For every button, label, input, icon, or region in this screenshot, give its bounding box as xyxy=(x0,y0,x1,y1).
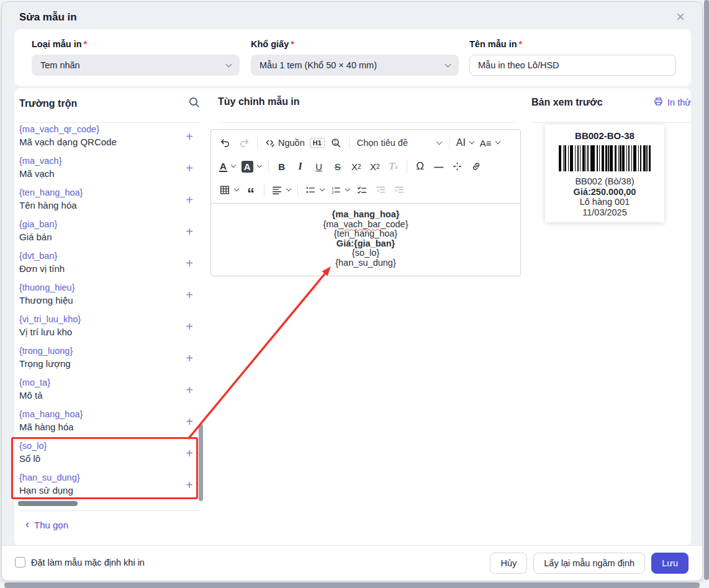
page-vertical-scrollbar-thumb[interactable] xyxy=(704,0,709,580)
add-field-button[interactable]: + xyxy=(186,289,193,301)
blockquote-icon[interactable]: “ xyxy=(242,181,260,199)
strikethrough-icon[interactable]: S xyxy=(329,158,346,175)
merge-field-label: Mã vạch xyxy=(19,167,201,181)
heading1-icon[interactable]: H1 xyxy=(309,134,326,152)
redo-icon[interactable] xyxy=(235,134,253,152)
editor-toolbar: Nguồn H1 Chọn tiêu đề AI A≡ xyxy=(211,130,520,204)
paper-size-value: Mẫu 1 tem (Khổ 50 × 40 mm) xyxy=(260,60,377,70)
link-icon[interactable] xyxy=(467,158,485,175)
indent-icon[interactable] xyxy=(391,181,408,199)
default-template-checkbox[interactable] xyxy=(15,557,25,568)
svg-text:1: 1 xyxy=(332,186,333,190)
editor-line[interactable]: {ma_hang_hoa} xyxy=(219,210,513,220)
template-type-label: Loại mẫu in* xyxy=(32,39,240,49)
outdent-icon[interactable] xyxy=(372,181,389,199)
editor-line[interactable]: {ten_hang_hoa} xyxy=(219,229,513,239)
merge-field-item: {ma_vach}Mã vạch+ xyxy=(19,151,201,183)
font-color-dropdown[interactable]: A xyxy=(217,158,238,175)
merge-field-code: {han_su_dung} xyxy=(19,471,201,484)
font-size-dropdown[interactable]: AI xyxy=(454,134,476,152)
bold-icon[interactable]: B xyxy=(273,158,291,175)
special-character-icon[interactable]: Ω xyxy=(412,158,429,175)
page-horizontal-scrollbar-thumb[interactable] xyxy=(4,582,700,588)
collapse-sidebar-link[interactable]: ‹ Thu gọn xyxy=(25,520,68,530)
merge-field-item: {vi_tri_luu_kho}Vị trí lưu kho+ xyxy=(19,309,201,341)
numbered-list-dropdown[interactable]: 12 xyxy=(328,181,352,199)
merge-field-item: {dvt_ban}Đơn vị tính+ xyxy=(19,246,201,278)
search-icon[interactable] xyxy=(188,96,201,111)
merge-fields-title: Trường trộn xyxy=(19,98,77,109)
subscript-icon[interactable]: X2 xyxy=(348,158,365,175)
preview-product-code: BB002-BO-38 xyxy=(545,130,664,141)
template-type-select[interactable]: Tem nhãn xyxy=(32,55,240,76)
source-code-button[interactable]: Nguồn xyxy=(262,134,307,152)
undo-icon[interactable] xyxy=(217,134,234,152)
close-icon[interactable]: × xyxy=(676,9,685,24)
merge-field-code: {so_lo} xyxy=(19,440,201,452)
superscript-icon[interactable]: X2 xyxy=(366,158,384,175)
page-break-icon[interactable] xyxy=(449,158,466,175)
add-field-button[interactable]: + xyxy=(186,320,193,333)
paper-size-select[interactable]: Mẫu 1 tem (Khổ 50 × 40 mm) xyxy=(251,55,459,76)
sidebar-vertical-scrollbar[interactable] xyxy=(199,424,203,501)
merge-field-item: {mo_ta}Mô tả+ xyxy=(19,373,201,404)
print-test-link[interactable]: In thử xyxy=(653,96,691,109)
template-name-input[interactable] xyxy=(469,55,676,76)
add-field-button[interactable]: + xyxy=(186,384,193,396)
default-template-option[interactable]: Đặt làm mẫu mặc định khi in xyxy=(15,557,145,568)
editor-line[interactable]: Giá:{gia_ban} xyxy=(219,239,513,249)
chevron-down-icon xyxy=(231,163,236,168)
add-field-button[interactable]: + xyxy=(186,447,193,459)
add-field-button[interactable]: + xyxy=(186,479,193,491)
page-horizontal-scrollbar-track[interactable] xyxy=(0,582,709,588)
editor-line[interactable]: {so_lo} xyxy=(219,248,513,258)
line-height-dropdown[interactable]: A≡ xyxy=(477,134,502,152)
chevron-down-icon xyxy=(320,186,325,191)
add-field-button[interactable]: + xyxy=(186,415,193,428)
merge-field-code: {dvt_ban} xyxy=(19,250,201,262)
sidebar-horizontal-scrollbar[interactable] xyxy=(18,501,78,506)
editor-content[interactable]: {ma_hang_hoa}{ma_vach_bar_code}{ten_hang… xyxy=(211,204,520,274)
collapse-label: Thu gọn xyxy=(34,520,68,530)
page-vertical-scrollbar-track[interactable] xyxy=(704,0,709,588)
paper-size-label: Khổ giấy* xyxy=(251,39,459,49)
preview-title: Bản xem trước xyxy=(531,97,603,108)
background-color-dropdown[interactable]: A xyxy=(239,158,264,175)
merge-field-label: Giá bán xyxy=(19,230,201,244)
add-field-button[interactable]: + xyxy=(186,225,193,238)
chevron-down-icon xyxy=(445,61,451,67)
required-mark: * xyxy=(84,39,88,49)
todo-list-icon[interactable] xyxy=(353,181,371,199)
chevron-down-icon xyxy=(495,139,500,144)
horizontal-rule-icon[interactable]: — xyxy=(430,158,448,175)
merge-field-code: {ma_hang_hoa} xyxy=(19,408,201,420)
remove-format-icon[interactable]: Tx xyxy=(385,158,402,175)
merge-field-code: {ma_vach_qr_code} xyxy=(19,124,201,135)
customize-template-title: Tùy chỉnh mẫu in xyxy=(218,96,300,107)
bulleted-list-dropdown[interactable] xyxy=(302,181,327,199)
merge-field-list: {ma_vach_qr_code}Mã vạch dạng QRCode+{ma… xyxy=(19,124,201,501)
add-field-button[interactable]: + xyxy=(186,162,193,174)
add-field-button[interactable]: + xyxy=(186,352,193,364)
heading-style-dropdown[interactable]: Chọn tiêu đề xyxy=(353,133,445,152)
add-field-button[interactable]: + xyxy=(186,130,193,143)
chevron-left-icon: ‹ xyxy=(25,520,29,529)
italic-icon[interactable]: I xyxy=(292,158,309,175)
merge-field-code: {thuong_hieu} xyxy=(19,281,201,294)
add-field-button[interactable]: + xyxy=(186,194,193,206)
default-template-label: Đặt làm mẫu mặc định khi in xyxy=(31,558,145,568)
reset-default-template-button[interactable]: Lấy lại mẫu ngầm định xyxy=(533,553,645,574)
add-field-button[interactable]: + xyxy=(186,257,193,269)
cancel-button[interactable]: Hủy xyxy=(490,553,527,574)
source-label: Nguồn xyxy=(278,138,305,148)
merge-field-label: Số lô xyxy=(19,452,201,466)
editor-line[interactable]: {han_su_dung} xyxy=(219,258,513,268)
text-align-dropdown[interactable] xyxy=(269,181,293,199)
chevron-down-icon xyxy=(469,139,474,144)
insert-table-dropdown[interactable] xyxy=(217,181,241,199)
save-button[interactable]: Lưu xyxy=(651,553,689,574)
find-replace-icon[interactable] xyxy=(327,134,345,152)
template-form: Loại mẫu in* Tem nhãn Khổ giấy* Mẫu 1 te… xyxy=(14,29,691,86)
underline-icon[interactable]: U xyxy=(310,158,328,175)
editor-line[interactable]: {ma_vach_bar_code} xyxy=(219,220,513,230)
